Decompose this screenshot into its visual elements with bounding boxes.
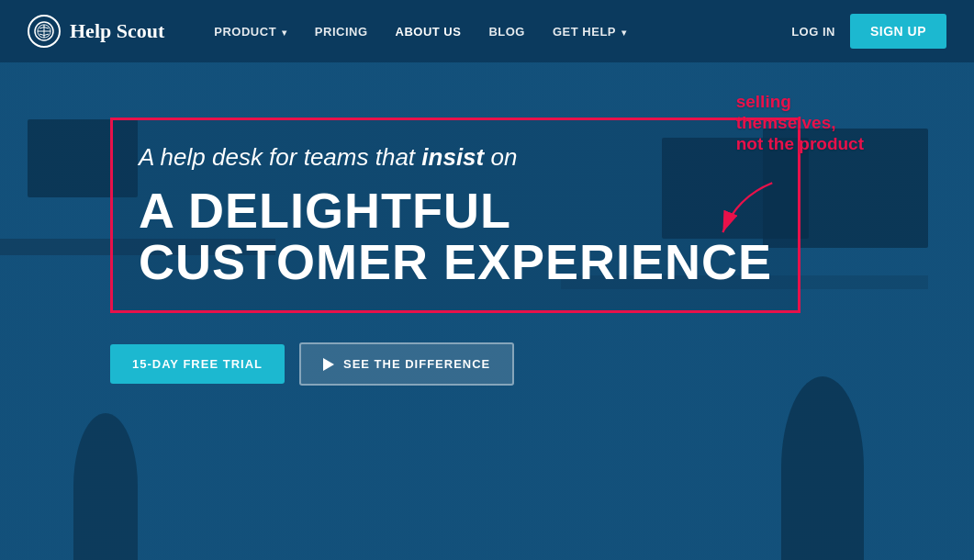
nav-pricing[interactable]: PRICING [302,17,381,46]
cta-buttons: 15-DAY FREE TRIAL SEE THE DIFFERENCE [110,342,864,386]
logo-text: Help Scout [70,19,164,43]
hero-highlight-box: A help desk for teams that insist on A D… [110,118,800,313]
logo[interactable]: Help Scout [28,15,164,48]
nav-blog[interactable]: BLOG [476,17,538,46]
nav-product[interactable]: PRODUCT ▾ [201,17,300,46]
play-icon [323,358,334,371]
nav-links: PRODUCT ▾ PRICING ABOUT US BLOG GET HELP… [201,17,791,46]
hero-section: Help Scout PRODUCT ▾ PRICING ABOUT US BL… [0,0,974,560]
video-button[interactable]: SEE THE DIFFERENCE [299,342,514,386]
annotation: selling themselves, not the product [736,92,864,154]
trial-button[interactable]: 15-DAY FREE TRIAL [110,344,285,384]
annotation-text: selling themselves, not the product [736,92,864,154]
gethelp-chevron: ▾ [619,28,627,38]
hero-subtitle: A help desk for teams that insist on [139,142,772,174]
annotation-arrow [709,174,800,248]
nav-get-help[interactable]: GET HELP ▾ [540,17,640,46]
logo-icon [28,15,61,48]
signup-button[interactable]: SIGN UP [850,14,946,49]
hero-title: A DELIGHTFUL CUSTOMER EXPERIENCE [139,185,772,288]
nav-about[interactable]: ABOUT US [383,17,475,46]
product-chevron: ▾ [279,28,287,38]
nav-right: LOG IN SIGN UP [791,14,946,49]
login-button[interactable]: LOG IN [791,25,835,39]
navbar: Help Scout PRODUCT ▾ PRICING ABOUT US BL… [0,0,974,62]
